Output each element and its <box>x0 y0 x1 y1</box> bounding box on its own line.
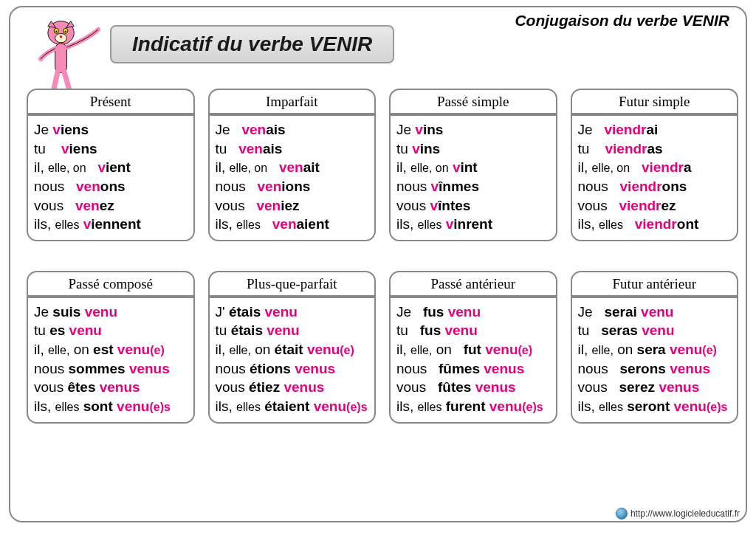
tense-title: Passé composé <box>28 272 193 298</box>
svg-point-5 <box>55 33 67 42</box>
conjugation-line: il, elle, on sera venu(e) <box>578 340 732 359</box>
conjugation-line: ils, elles vinrent <box>396 215 550 234</box>
panther-illustration <box>24 13 105 98</box>
conjugation-line: Je viens <box>34 120 188 139</box>
conjugation-line: tu seras venu <box>578 321 732 340</box>
tense-card: Futur simple Je viendraitu viendrasil, e… <box>571 89 739 241</box>
conjugation-line: nous étions venus <box>216 359 369 379</box>
tense-body: Je fus venutu fus venuil, elle, on fut v… <box>391 298 556 422</box>
conjugation-line: nous vînmes <box>396 177 550 196</box>
tense-body: Je venaistu venaisil, elle, on venaitnou… <box>210 116 375 240</box>
tense-body: J' étais venutu étais venuil, elle, on é… <box>210 298 375 422</box>
conjugation-line: nous venions <box>216 177 369 196</box>
tense-body: Je suis venutu es venuil, elle, on est v… <box>28 298 193 422</box>
tense-title: Plus-que-parfait <box>210 272 375 298</box>
tense-card: Plus-que-parfait J' étais venutu étais v… <box>208 271 377 424</box>
conjugation-line: Je viendrai <box>578 120 732 139</box>
conjugation-line: Je fus venu <box>396 303 550 322</box>
conjugation-line: tu vins <box>396 139 550 159</box>
tense-card: Futur antérieur Je serai venutu seras ve… <box>571 271 739 424</box>
conjugation-line: J' étais venu <box>216 303 369 322</box>
conjugation-line: tu fus venu <box>396 321 550 340</box>
conjugation-line: ils, elles furent venu(e)s <box>396 397 550 416</box>
conjugation-line: il, elle, on était venu(e) <box>216 340 369 359</box>
tense-title: Passé simple <box>391 90 556 116</box>
conjugation-line: ils, elles viennent <box>34 215 188 234</box>
conjugation-line: ils, elles étaient venu(e)s <box>216 397 369 416</box>
tense-title: Futur simple <box>572 90 738 116</box>
conjugation-line: nous sommes venus <box>34 359 188 379</box>
conjugation-line: vous serez venus <box>578 378 732 397</box>
tense-title: Imparfait <box>210 90 375 116</box>
conjugation-line: vous fûtes venus <box>396 378 550 397</box>
conjugation-line: nous viendrons <box>578 177 732 196</box>
tense-body: Je vinstu vinsil, elle, on vintnous vînm… <box>391 116 556 240</box>
tense-card: Passé simple Je vinstu vinsil, elle, on … <box>389 89 557 241</box>
conjugation-line: tu venais <box>216 139 369 159</box>
conjugation-line: ils, elles venaient <box>216 215 369 234</box>
conjugation-line: il, elle, on viendra <box>578 158 732 177</box>
conjugation-line: tu étais venu <box>216 321 369 340</box>
page-title: Indicatif du verbe VENIR <box>110 25 394 63</box>
tense-card: Passé antérieur Je fus venutu fus venuil… <box>389 271 557 424</box>
site-footer: http://www.logicieleducatif.fr <box>616 508 740 520</box>
tense-title: Présent <box>28 90 193 116</box>
conjugation-line: il, elle, on est venu(e) <box>34 340 188 359</box>
svg-point-6 <box>60 35 63 38</box>
tense-body: Je vienstu viensil, elle, on vientnous v… <box>28 116 193 240</box>
conjugation-line: vous viendrez <box>578 196 732 215</box>
conjugation-line: vous étiez venus <box>216 378 369 397</box>
tense-body: Je serai venutu seras venuil, elle, on s… <box>572 298 738 422</box>
conjugation-line: Je vins <box>396 120 550 139</box>
conjugation-line: Je suis venu <box>34 303 188 322</box>
tense-card: Imparfait Je venaistu venaisil, elle, on… <box>208 89 377 241</box>
tense-title: Futur antérieur <box>572 272 738 298</box>
conjugation-line: il, elle, on vient <box>34 158 188 177</box>
site-url: http://www.logicieleducatif.fr <box>630 508 740 519</box>
conjugation-line: nous fûmes venus <box>396 359 550 379</box>
conjugation-line: vous êtes venus <box>34 378 188 397</box>
conjugation-line: il, elle, on vint <box>396 158 550 177</box>
tense-card: Passé composé Je suis venutu es venuil, … <box>27 271 195 424</box>
conjugation-line: vous venez <box>34 196 188 215</box>
conjugation-line: vous vîntes <box>396 196 550 215</box>
page-subtitle: Conjugaison du verbe VENIR <box>515 12 729 30</box>
conjugation-line: Je serai venu <box>578 303 732 322</box>
conjugation-line: tu viendras <box>578 139 732 159</box>
conjugation-line: tu viens <box>34 139 188 159</box>
globe-icon <box>616 508 628 520</box>
conjugation-line: il, elle, on fut venu(e) <box>396 340 550 359</box>
conjugation-line: Je venais <box>216 120 369 139</box>
conjugation-line: nous venons <box>34 177 188 196</box>
tense-title: Passé antérieur <box>391 272 556 298</box>
conjugation-line: ils, elles viendront <box>578 215 732 234</box>
svg-point-3 <box>55 31 57 32</box>
tense-card: Présent Je vienstu viensil, elle, on vie… <box>27 89 195 241</box>
worksheet-page: Conjugaison du verbe VENIR Indicatif du … <box>9 6 747 522</box>
conjugation-line: il, elle, on venait <box>216 158 369 177</box>
conjugation-line: tu es venu <box>34 321 188 340</box>
tense-body: Je viendraitu viendrasil, elle, on viend… <box>572 116 738 240</box>
tense-grid: Présent Je vienstu viensil, elle, on vie… <box>27 89 738 453</box>
conjugation-line: vous veniez <box>216 196 369 215</box>
conjugation-line: nous serons venus <box>578 359 732 379</box>
svg-point-4 <box>65 31 66 32</box>
conjugation-line: ils, elles sont venu(e)s <box>34 397 188 416</box>
conjugation-line: ils, elles seront venu(e)s <box>578 397 732 416</box>
